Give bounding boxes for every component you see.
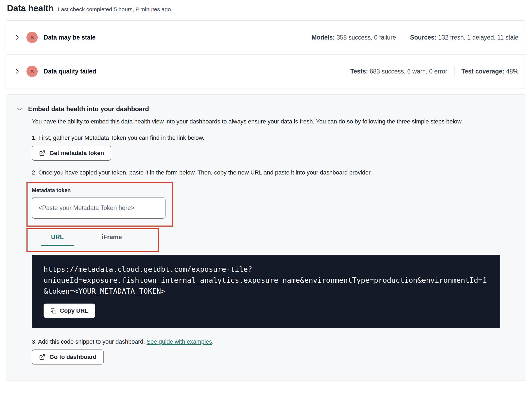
embed-url-code-block: https://metadata.cloud.getdbt.com/exposu… xyxy=(32,255,500,328)
go-to-dashboard-button[interactable]: Go to dashboard xyxy=(32,350,104,364)
copy-icon xyxy=(51,308,56,314)
external-link-icon xyxy=(39,354,45,360)
get-metadata-token-button[interactable]: Get metadata token xyxy=(32,146,111,161)
tests-stat-label: Tests: xyxy=(350,68,368,75)
sources-stat-value: 132 fresh, 1 delayed, 11 stale xyxy=(438,34,518,41)
chevron-down-icon[interactable] xyxy=(16,106,23,112)
stat-divider xyxy=(403,33,403,42)
chevron-right-icon[interactable] xyxy=(14,68,21,75)
guide-examples-link[interactable]: See guide with examples xyxy=(147,338,212,345)
data-health-page: Data health Last check completed 5 hours… xyxy=(0,0,532,381)
quality-stats: Tests: 683 success, 6 warn, 0 error Test… xyxy=(350,67,518,76)
coverage-stat-value: 48% xyxy=(506,68,518,75)
tests-stat: Tests: 683 success, 6 warn, 0 error xyxy=(350,68,447,75)
freshness-status-label: Data may be stale xyxy=(44,34,95,41)
models-stat: Models: 358 success, 0 failure xyxy=(311,34,396,41)
quality-status-row[interactable]: Data quality failed Tests: 683 success, … xyxy=(6,54,526,88)
last-check-status: Last check completed 5 hours, 9 minutes … xyxy=(58,6,172,13)
sources-stat: Sources: 132 fresh, 1 delayed, 11 stale xyxy=(410,34,518,41)
models-stat-value: 358 success, 0 failure xyxy=(337,34,396,41)
metadata-token-input[interactable] xyxy=(32,197,165,219)
go-to-dashboard-label: Go to dashboard xyxy=(49,354,97,360)
step-3-text: 3. Add this code snippet to your dashboa… xyxy=(32,338,516,345)
copy-url-label: Copy URL xyxy=(60,307,88,314)
stat-divider xyxy=(454,67,454,76)
tests-stat-value: 683 success, 6 warn, 0 error xyxy=(370,68,447,75)
embed-section: Embed data health into your dashboard Yo… xyxy=(6,94,526,381)
coverage-stat-label: Test coverage: xyxy=(461,68,504,75)
step-1-text: 1. First, gather your Metadata Token you… xyxy=(32,134,516,141)
embed-section-header[interactable]: Embed data health into your dashboard xyxy=(16,105,516,113)
metadata-token-label: Metadata token xyxy=(32,187,172,193)
metadata-token-annotation-box: Metadata token xyxy=(26,182,173,227)
external-link-icon xyxy=(39,150,45,156)
freshness-status-row[interactable]: Data may be stale Models: 358 success, 0… xyxy=(6,20,526,55)
status-cards: Data may be stale Models: 358 success, 0… xyxy=(6,20,526,88)
output-tabs: URL iFrame xyxy=(32,229,516,246)
embed-url-text: https://metadata.cloud.getdbt.com/exposu… xyxy=(44,264,488,297)
page-title: Data health xyxy=(7,3,54,13)
error-x-circle-icon xyxy=(26,66,38,77)
tab-url[interactable]: URL xyxy=(41,229,74,246)
copy-url-button[interactable]: Copy URL xyxy=(44,304,95,318)
freshness-stats: Models: 358 success, 0 failure Sources: … xyxy=(311,33,518,42)
step-3-prefix: 3. Add this code snippet to your dashboa… xyxy=(32,338,147,345)
step-2-text: 2. Once you have copied your token, past… xyxy=(32,169,516,176)
quality-status-label: Data quality failed xyxy=(44,68,96,75)
error-x-circle-icon xyxy=(26,32,38,43)
coverage-stat: Test coverage: 48% xyxy=(461,68,518,75)
embed-section-body: You have the ability to embed this data … xyxy=(32,117,516,364)
sources-stat-label: Sources: xyxy=(410,34,436,41)
models-stat-label: Models: xyxy=(311,34,335,41)
tab-bar: URL iFrame xyxy=(34,229,516,246)
embed-description: You have the ability to embed this data … xyxy=(32,117,510,126)
chevron-right-icon[interactable] xyxy=(14,34,21,41)
page-header: Data health Last check completed 5 hours… xyxy=(6,3,526,13)
step-3-suffix: . xyxy=(212,338,214,345)
tab-iframe[interactable]: iFrame xyxy=(91,229,132,246)
embed-section-title: Embed data health into your dashboard xyxy=(28,105,149,113)
get-metadata-token-label: Get metadata token xyxy=(49,150,104,157)
